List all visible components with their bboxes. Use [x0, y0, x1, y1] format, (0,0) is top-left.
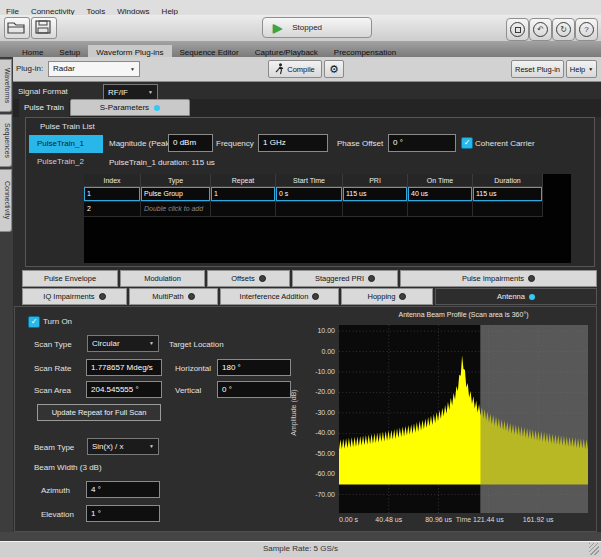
col-header-type[interactable]: Type	[141, 174, 211, 187]
sync-button[interactable]: ↻	[552, 18, 575, 41]
sample-rate-text: Sample Rate: 5 GS/s	[0, 542, 601, 553]
cell-on-time[interactable]: 40 us	[408, 187, 473, 202]
col-header-on-time[interactable]: On Time	[408, 174, 473, 187]
info-dot-icon	[154, 105, 160, 111]
status-dot-icon	[99, 293, 106, 300]
cell-start-time[interactable]: 0 s	[276, 187, 343, 202]
button-modulation[interactable]: Modulation	[120, 270, 205, 287]
list-item-pulsetrain-1[interactable]: PulseTrain_1	[29, 135, 103, 153]
cell-on-time[interactable]	[408, 202, 473, 217]
col-header-start-time[interactable]: Start Time	[276, 174, 343, 187]
run-state-label: Stopped	[292, 23, 322, 32]
sidebar-item-connectivity[interactable]: Connectivity	[0, 169, 12, 232]
run-state-button[interactable]: ▶ Stopped	[262, 17, 372, 38]
chevron-down-icon: ▼	[149, 439, 154, 454]
open-file-button[interactable]	[4, 17, 30, 39]
menu-bar: FileConnectivityToolsWindowsHelp	[0, 0, 601, 15]
scan-rate-field[interactable]: 1.778657 Mdeg/s	[86, 359, 162, 376]
chevron-down-icon: ▼	[588, 66, 593, 72]
phase-offset-field[interactable]: 0 °	[388, 134, 456, 152]
tab-s-parameters[interactable]: S-Parameters	[70, 99, 190, 116]
undo-button[interactable]: ↶	[529, 18, 552, 41]
y-tick-label: -20.00	[281, 388, 335, 395]
sidebar-item-sequences[interactable]: Sequences	[0, 114, 12, 167]
cell-pri[interactable]	[343, 202, 408, 217]
table-row[interactable]: 2 Double click to add	[84, 202, 571, 217]
compile-button[interactable]: Compile	[268, 60, 322, 78]
help-about-button[interactable]: ?	[575, 18, 598, 41]
turn-on-label: Turn On	[43, 317, 72, 326]
y-tick-label: -40.00	[281, 429, 335, 436]
plugin-toolbar: Plug-in: ▼ Radar Compile ⚙ Reset Plug-in…	[0, 57, 601, 82]
pulse-table-header: Index Type Repeat Start Time PRI On Time…	[84, 174, 571, 187]
button-label: Interference Addition	[240, 292, 309, 301]
button-antenna[interactable]: Antenna	[435, 288, 597, 305]
chevron-down-icon: ▼	[130, 62, 135, 76]
window-restart-button[interactable]	[506, 18, 529, 41]
update-repeat-button[interactable]: Update Repeat for Full Scan	[37, 404, 161, 421]
cell-pri[interactable]: 115 us	[343, 187, 408, 202]
cell-type[interactable]: Pulse Group	[141, 187, 211, 202]
button-label: Pulse Impairments	[462, 274, 524, 283]
cell-repeat[interactable]	[211, 202, 276, 217]
resize-grip[interactable]	[589, 543, 599, 555]
scan-type-select[interactable]: ▼ Circular	[87, 335, 159, 352]
button-pulse-impairments[interactable]: Pulse Impairments	[400, 270, 597, 287]
button-pulse-envelope[interactable]: Pulse Envelope	[22, 270, 118, 287]
compile-settings-button[interactable]: ⚙	[324, 60, 344, 78]
coherent-carrier-checkbox[interactable]: ✓	[461, 137, 473, 149]
cell-index[interactable]: 2	[84, 202, 141, 217]
button-staggered-pri[interactable]: Staggered PRI	[292, 270, 398, 287]
cell-start-time[interactable]	[276, 202, 343, 217]
reset-plugin-button[interactable]: Reset Plug-in	[511, 60, 564, 78]
tab-pulse-train[interactable]: Pulse Train	[19, 99, 69, 117]
scan-type-value: Circular	[92, 339, 120, 348]
reset-plugin-label: Reset Plug-in	[515, 65, 560, 74]
elevation-field[interactable]: 1 °	[86, 505, 160, 522]
button-offsets[interactable]: Offsets	[207, 270, 290, 287]
table-row[interactable]: 1 Pulse Group 1 0 s 115 us 40 us 115 us	[84, 187, 571, 202]
list-item-pulsetrain-2[interactable]: PulseTrain_2	[29, 153, 103, 171]
x-tick-label: 0.00 s	[339, 516, 358, 523]
help-menu-button[interactable]: Help ▼	[566, 60, 597, 78]
col-header-duration[interactable]: Duration	[473, 174, 543, 187]
s-parameters-label: S-Parameters	[100, 103, 149, 112]
cell-repeat[interactable]: 1	[211, 187, 276, 202]
cell-duration[interactable]: 115 us	[473, 187, 543, 202]
button-hopping[interactable]: Hopping	[341, 288, 433, 305]
sidebar-item-waveforms[interactable]: Waveforms	[0, 59, 12, 112]
frequency-field[interactable]: 1 GHz	[258, 134, 328, 152]
col-header-index[interactable]: Index	[84, 174, 141, 187]
col-header-repeat[interactable]: Repeat	[211, 174, 276, 187]
azimuth-label: Azimuth	[41, 486, 70, 495]
vertical-field[interactable]: 0 °	[217, 381, 291, 398]
col-header-pri[interactable]: PRI	[343, 174, 408, 187]
play-icon: ▶	[273, 22, 282, 34]
cell-duration[interactable]	[473, 202, 543, 217]
turn-on-checkbox[interactable]: ✓	[28, 316, 40, 328]
cell-index[interactable]: 1	[84, 187, 141, 202]
button-iq-impairments[interactable]: IQ Impairments	[22, 288, 127, 305]
button-multipath[interactable]: MultiPath	[129, 288, 218, 305]
y-tick-label: 10.00	[281, 327, 335, 334]
signal-format-select[interactable]: ▼ RF/IF	[103, 84, 158, 100]
cell-add-placeholder[interactable]: Double click to add	[141, 202, 211, 217]
pulse-train-panel: Pulse Train List PulseTrain_1 PulseTrain…	[25, 117, 595, 267]
azimuth-field[interactable]: 4 °	[86, 481, 160, 498]
magnitude-label: Magnitude (Peak)	[109, 139, 172, 148]
button-label: IQ Impairments	[43, 292, 94, 301]
magnitude-field[interactable]: 0 dBm	[168, 134, 213, 152]
horizontal-field[interactable]: 180 °	[217, 359, 291, 376]
plugin-select[interactable]: ▼ Radar	[48, 61, 140, 77]
toolbar: ▶ Stopped ↶ ↻ ?	[0, 15, 601, 42]
button-interference-addition[interactable]: Interference Addition	[220, 288, 339, 305]
beam-type-select[interactable]: ▼ Sin(x) / x	[87, 438, 159, 455]
chevron-down-icon: ▼	[149, 336, 154, 351]
scan-area-field[interactable]: 204.545555 °	[86, 381, 162, 398]
beam-type-label: Beam Type	[34, 443, 74, 452]
beam-profile-plot	[339, 325, 588, 513]
button-label: MultiPath	[152, 292, 183, 301]
save-button[interactable]	[31, 17, 57, 39]
horizontal-label: Horizontal	[175, 364, 211, 373]
bottom-divider	[0, 532, 601, 541]
